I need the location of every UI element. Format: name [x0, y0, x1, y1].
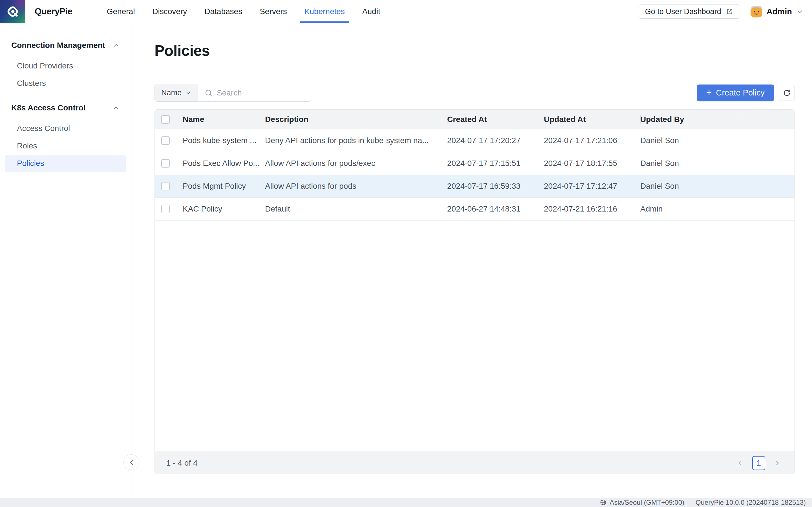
cell-updated-by: Daniel Son — [640, 182, 737, 191]
brand-name: QueryPie — [35, 6, 72, 17]
refresh-icon — [783, 89, 791, 97]
toolbar-actions: + Create Policy — [697, 84, 795, 101]
table-row[interactable]: Pods Exec Allow Po... Allow API actions … — [155, 152, 795, 175]
globe-icon — [600, 499, 607, 506]
cell-updated-at: 2024-07-17 18:17:55 — [544, 159, 640, 168]
column-header-updated-by: Updated By — [640, 110, 737, 129]
sidebar-item-cloud-providers[interactable]: Cloud Providers — [5, 57, 126, 75]
chevron-up-icon — [112, 42, 120, 49]
top-navigation-bar: QueryPie General Discovery Databases Ser… — [0, 0, 812, 23]
row-checkbox[interactable] — [161, 159, 170, 168]
table-footer: 1 - 4 of 4 1 — [155, 452, 795, 474]
create-policy-label: Create Policy — [716, 88, 765, 98]
sidebar-item-roles[interactable]: Roles — [5, 137, 126, 155]
cell-name: Pods Mgmt Policy — [183, 182, 265, 191]
timezone-group: Asia/Seoul (GMT+09:00) — [600, 499, 684, 506]
row-checkbox-cell — [155, 198, 183, 220]
table-row[interactable]: Pods kube-system ... Deny API actions fo… — [155, 129, 795, 152]
cell-updated-by: Admin — [640, 205, 737, 214]
user-menu[interactable]: Admin — [751, 6, 804, 17]
pagination-next-button[interactable] — [772, 458, 782, 468]
status-bar: Asia/Seoul (GMT+09:00) QueryPie 10.0.0 (… — [0, 498, 812, 507]
pagination-page-1[interactable]: 1 — [752, 456, 765, 470]
page-title: Policies — [154, 42, 795, 59]
section-title-label: Connection Management — [11, 41, 105, 50]
refresh-button[interactable] — [779, 85, 795, 101]
nav-tab-discovery[interactable]: Discovery — [144, 0, 196, 23]
cell-created-at: 2024-07-17 16:59:33 — [447, 182, 544, 191]
cell-name: Pods kube-system ... — [183, 136, 265, 145]
go-to-user-dashboard-button[interactable]: Go to User Dashboard — [638, 4, 741, 18]
search-icon — [204, 89, 213, 97]
nav-tab-databases[interactable]: Databases — [196, 0, 251, 23]
nav-tab-kubernetes[interactable]: Kubernetes — [296, 0, 354, 23]
chevron-left-icon — [128, 459, 135, 466]
search-box — [198, 84, 311, 101]
column-header-name: Name — [183, 110, 265, 129]
cell-description: Allow API actions for pods/exec — [265, 159, 447, 168]
sidebar-section-connection-management[interactable]: Connection Management — [0, 39, 131, 52]
row-checkbox[interactable] — [161, 205, 170, 213]
table-empty-area — [155, 221, 795, 452]
nav-tab-audit[interactable]: Audit — [354, 0, 389, 23]
column-header-updated-at: Updated At — [544, 110, 640, 129]
cell-description: Default — [265, 205, 447, 214]
sidebar-collapse-button[interactable] — [123, 454, 140, 470]
sidebar-item-policies[interactable]: Policies — [5, 155, 126, 172]
chevron-right-icon — [774, 459, 781, 467]
cell-updated-at: 2024-07-17 17:12:47 — [544, 182, 640, 191]
chevron-down-icon — [185, 90, 192, 96]
row-checkbox[interactable] — [161, 182, 170, 190]
cell-name: Pods Exec Allow Po... — [183, 159, 265, 168]
external-link-icon — [726, 8, 733, 15]
cell-name: KAC Policy — [183, 205, 265, 214]
cell-updated-by: Daniel Son — [640, 136, 737, 145]
policies-table: Name Description Created At Updated At U… — [154, 109, 795, 474]
pagination-prev-button[interactable] — [735, 458, 745, 468]
cell-description: Deny API actions for pods in kube-system… — [265, 136, 447, 145]
sidebar-section-k8s-access-control[interactable]: K8s Access Control — [0, 102, 131, 114]
search-field-select[interactable]: Name — [155, 84, 198, 101]
plus-icon: + — [706, 88, 712, 97]
querypie-logo[interactable] — [0, 0, 26, 23]
select-all-checkbox[interactable] — [161, 115, 170, 124]
main-content: Policies Name + Create Policy — [132, 23, 812, 498]
toolbar: Name + Create Policy — [154, 84, 795, 102]
primary-nav: General Discovery Databases Servers Kube… — [98, 0, 389, 23]
nav-tab-servers[interactable]: Servers — [251, 0, 296, 23]
header-checkbox-cell — [155, 110, 183, 129]
timezone-text: Asia/Seoul (GMT+09:00) — [610, 499, 684, 506]
table-row-highlighted[interactable]: Pods Mgmt Policy Allow API actions for p… — [155, 175, 795, 198]
column-header-description: Description — [265, 110, 447, 129]
section-title-label: K8s Access Control — [11, 103, 86, 112]
search-field-label: Name — [161, 89, 182, 97]
cell-created-at: 2024-06-27 14:48:31 — [447, 205, 544, 214]
cell-updated-at: 2024-07-17 17:21:06 — [544, 136, 640, 145]
querypie-logo-icon — [5, 4, 20, 19]
search-input[interactable] — [217, 89, 311, 98]
row-checkbox[interactable] — [161, 136, 170, 145]
cell-updated-by: Daniel Son — [640, 159, 737, 168]
avatar — [751, 6, 762, 17]
row-checkbox-cell — [155, 129, 183, 152]
go-to-user-dashboard-label: Go to User Dashboard — [645, 7, 721, 16]
create-policy-button[interactable]: + Create Policy — [697, 84, 774, 101]
user-name: Admin — [767, 7, 792, 16]
column-header-actions — [737, 110, 795, 129]
chevron-up-icon — [112, 104, 120, 112]
sidebar-item-access-control[interactable]: Access Control — [5, 120, 126, 137]
table-row[interactable]: KAC Policy Default 2024-06-27 14:48:31 2… — [155, 198, 795, 221]
nav-tab-general[interactable]: General — [98, 0, 144, 23]
search-filter-group: Name — [154, 84, 311, 102]
row-checkbox-cell — [155, 175, 183, 198]
topbar-right: Go to User Dashboard Admin — [638, 4, 812, 18]
sidebar-gap — [0, 92, 131, 102]
cell-description: Allow API actions for pods — [265, 182, 447, 191]
column-header-created-at: Created At — [447, 110, 544, 129]
row-checkbox-cell — [155, 152, 183, 175]
pagination: 1 — [735, 456, 782, 470]
cell-created-at: 2024-07-17 17:15:51 — [447, 159, 544, 168]
sidebar-item-clusters[interactable]: Clusters — [5, 75, 126, 92]
table-header-row: Name Description Created At Updated At U… — [155, 110, 795, 129]
chevron-left-icon — [737, 459, 744, 467]
